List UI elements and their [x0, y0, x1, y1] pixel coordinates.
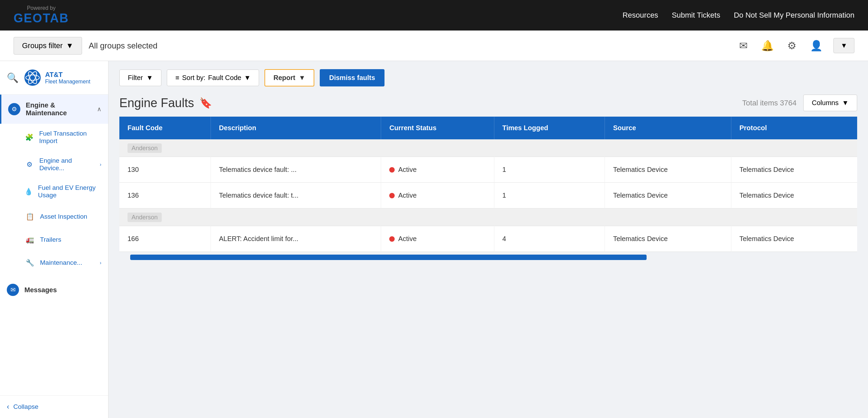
page-title-row: Engine Faults 🔖 Total items 3764 Columns… [108, 92, 868, 117]
page-title-right: Total items 3764 Columns ▼ [742, 95, 857, 111]
description-cell: Telematics device fault: ... [211, 157, 381, 183]
engine-device-label: Engine and Device... [39, 157, 95, 172]
user-name-text: ▼ [841, 42, 847, 49]
brand-name: GEOTAB [14, 11, 69, 25]
table-row[interactable]: 136 Telematics device fault: t... Active… [119, 183, 857, 208]
columns-button[interactable]: Columns ▼ [803, 95, 857, 111]
times-logged-cell: 1 [494, 157, 605, 183]
do-not-sell-link[interactable]: Do Not Sell My Personal Information [734, 11, 854, 20]
sidebar-item-messages[interactable]: ✉ Messages [0, 277, 108, 303]
user-icon-button[interactable]: 👤 [807, 37, 825, 54]
group-name-anderson-1: Anderson [127, 143, 162, 153]
col-current-status: Current Status [381, 117, 494, 139]
brand-sub: Fleet Management [45, 79, 90, 85]
sidebar-collapse-button[interactable]: ‹ Collapse [0, 395, 108, 418]
bell-icon-button[interactable]: 🔔 [758, 37, 776, 54]
gear-icon-button[interactable]: ⚙ [785, 37, 799, 54]
horizontal-scrollbar[interactable] [130, 255, 647, 260]
asset-inspection-label: Asset Inspection [40, 213, 87, 220]
protocol-cell: Telematics Device [731, 183, 857, 208]
sort-icon: ≡ [175, 74, 179, 82]
att-logo-icon [24, 69, 41, 86]
report-button[interactable]: Report ▼ [264, 69, 314, 86]
fault-code-cell: 130 [119, 157, 211, 183]
geotab-logo: Powered by GEOTAB [14, 5, 69, 25]
description-cell: ALERT: Accident limit for... [211, 226, 381, 252]
report-chevron-icon: ▼ [299, 74, 305, 82]
table-row: Anderson [119, 208, 857, 226]
brand-logo: AT&T Fleet Management [24, 69, 90, 86]
description-cell: Telematics device fault: t... [211, 183, 381, 208]
trailers-label: Trailers [40, 236, 61, 243]
sidebar-item-engine-maintenance[interactable]: ⚙ Engine & Maintenance ∧ [0, 95, 108, 124]
status-dot-red [389, 167, 395, 173]
table-row: Anderson [119, 139, 857, 157]
times-logged-cell: 1 [494, 183, 605, 208]
dismiss-label: Dismiss faults [329, 74, 375, 81]
messages-label: Messages [24, 286, 101, 294]
sort-button[interactable]: ≡ Sort by: Fault Code ▼ [167, 69, 259, 86]
table-row[interactable]: 166 ALERT: Accident limit for... Active … [119, 226, 857, 252]
maintenance-icon: 🔧 [24, 257, 35, 268]
report-label: Report [273, 74, 295, 82]
filter-button[interactable]: Filter ▼ [119, 69, 161, 86]
groups-filter-value: All groups selected [89, 41, 158, 51]
status-cell: Active [381, 183, 494, 208]
sidebar-section-engine: ⚙ Engine & Maintenance ∧ 🧩 Fuel Transact… [0, 95, 108, 274]
sidebar-item-engine-device[interactable]: ⚙ Engine and Device... › [0, 151, 108, 178]
collapse-left-icon: ‹ [7, 402, 9, 411]
times-logged-cell: 4 [494, 226, 605, 252]
filter-chevron-icon: ▼ [146, 74, 153, 82]
groups-bar-right: ✉ 🔔 ⚙ 👤 ▼ [736, 37, 854, 54]
sort-chevron-icon: ▼ [244, 74, 251, 82]
main-layout: 🔍 AT&T Fleet Management ⚙ Engine & Maint… [0, 61, 868, 418]
status-active-indicator: Active [389, 235, 486, 243]
table-row[interactable]: 130 Telematics device fault: ... Active … [119, 157, 857, 183]
source-cell: Telematics Device [605, 183, 731, 208]
protocol-cell: Telematics Device [731, 157, 857, 183]
chevron-right-icon-maintenance: › [100, 260, 101, 265]
svg-point-0 [24, 69, 41, 86]
top-navigation: Powered by GEOTAB Resources Submit Ticke… [0, 0, 868, 31]
page-title: Engine Faults 🔖 [119, 96, 212, 110]
messages-icon: ✉ [7, 284, 19, 296]
bookmark-icon[interactable]: 🔖 [199, 97, 212, 109]
total-items-count: Total items 3764 [742, 99, 796, 107]
search-button[interactable]: 🔍 [7, 72, 19, 83]
collapse-label: Collapse [13, 403, 38, 411]
columns-label: Columns [812, 99, 839, 107]
status-dot-red [389, 236, 395, 242]
page-title-text: Engine Faults [119, 96, 194, 110]
fuel-transaction-label: Fuel Transaction Import [39, 130, 101, 145]
sidebar-item-trailers[interactable]: 🚛 Trailers [0, 228, 108, 251]
col-protocol: Protocol [731, 117, 857, 139]
faults-table: Fault Code Description Current Status Ti… [119, 117, 857, 252]
fuel-ev-label: Fuel and EV Energy Usage [38, 184, 101, 199]
resources-link[interactable]: Resources [623, 11, 658, 20]
groups-filter-button[interactable]: Groups filter ▼ [14, 37, 82, 55]
sidebar-item-maintenance[interactable]: 🔧 Maintenance... › [0, 251, 108, 274]
chevron-right-icon: › [100, 162, 101, 167]
dismiss-faults-button[interactable]: Dismiss faults [320, 69, 385, 86]
top-nav-links: Resources Submit Tickets Do Not Sell My … [623, 11, 854, 20]
status-active-indicator: Active [389, 192, 486, 199]
columns-chevron-icon: ▼ [842, 99, 849, 107]
fuel-ev-icon: 💧 [24, 186, 33, 197]
table-header: Fault Code Description Current Status Ti… [119, 117, 857, 139]
col-source: Source [605, 117, 731, 139]
sidebar-item-asset-inspection[interactable]: 📋 Asset Inspection [0, 205, 108, 228]
submit-tickets-link[interactable]: Submit Tickets [672, 11, 720, 20]
sidebar-item-fuel-transaction[interactable]: 🧩 Fuel Transaction Import [0, 124, 108, 151]
puzzle-icon: 🧩 [24, 132, 34, 143]
sidebar-header: 🔍 AT&T Fleet Management [0, 61, 108, 95]
groups-bar: Groups filter ▼ All groups selected ✉ 🔔 … [0, 31, 868, 61]
mail-icon-button[interactable]: ✉ [736, 37, 750, 54]
user-account-button[interactable]: ▼ [833, 38, 854, 53]
powered-by-text: Powered by [27, 5, 56, 11]
status-text: Active [398, 192, 416, 199]
protocol-cell: Telematics Device [731, 226, 857, 252]
group-label: Anderson [119, 208, 857, 226]
sidebar-item-fuel-ev[interactable]: 💧 Fuel and EV Energy Usage [0, 178, 108, 205]
fault-code-cell: 136 [119, 183, 211, 208]
filter-label: Filter [128, 74, 143, 82]
